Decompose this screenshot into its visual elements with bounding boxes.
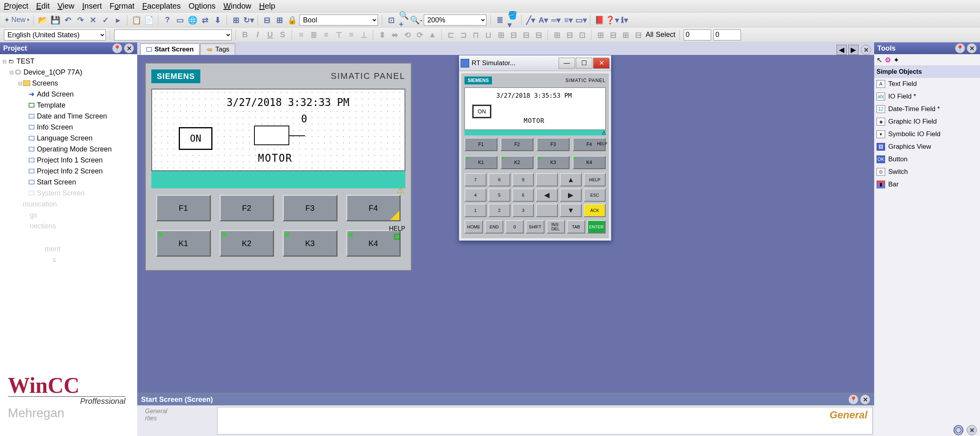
- sim-key-ack[interactable]: ACK: [584, 204, 606, 217]
- tree-pinfo2-screen[interactable]: Project Info 2 Screen: [2, 166, 136, 177]
- tab-start-screen[interactable]: Start Screen: [140, 44, 200, 55]
- align-left-icon[interactable]: ≡: [296, 30, 306, 40]
- min-close-icon[interactable]: ✕: [967, 425, 977, 435]
- menu-view[interactable]: View: [58, 2, 74, 11]
- sim-key-end[interactable]: END: [485, 220, 503, 234]
- tool-datetime-field[interactable]: 12Date-Time Field *: [874, 103, 980, 115]
- redo-icon[interactable]: ↷: [75, 15, 85, 25]
- qhelp-icon[interactable]: ❓▾: [607, 15, 617, 25]
- style-icon[interactable]: ≡▾: [563, 15, 573, 25]
- bold-icon[interactable]: B: [240, 30, 250, 40]
- tree-opmode-screen[interactable]: Operating Mode Screen: [2, 144, 136, 155]
- sim-key-8[interactable]: 8: [488, 173, 510, 186]
- sim-k1[interactable]: K1: [465, 156, 497, 169]
- h-eq-icon[interactable]: ⊡: [577, 30, 587, 40]
- type-select[interactable]: Bool: [299, 15, 378, 26]
- sim-on-button[interactable]: ON: [473, 105, 491, 118]
- rotate-icon[interactable]: ↻▾: [243, 15, 254, 25]
- menu-insert[interactable]: Insert: [82, 2, 102, 11]
- font-select[interactable]: [114, 29, 232, 40]
- menu-format[interactable]: Format: [110, 2, 134, 11]
- menu-project[interactable]: Project: [4, 2, 28, 11]
- sim-key-down[interactable]: ▼: [560, 204, 582, 217]
- datetime-field[interactable]: 3/27/2018 3:32:33 PM: [227, 97, 349, 108]
- wizard-icon[interactable]: ⚙: [885, 56, 891, 64]
- sim-key-esc[interactable]: ESC: [584, 188, 606, 202]
- key-k1[interactable]: K1: [156, 230, 211, 257]
- globe-icon[interactable]: 🌐: [187, 15, 198, 25]
- new-button[interactable]: ✦ New ▾: [4, 16, 29, 24]
- tool-graphic-io[interactable]: ◈Graphic IO Field: [874, 115, 980, 128]
- lock-icon[interactable]: 🔒: [287, 15, 297, 25]
- tool-symbolic-io[interactable]: ▾Symbolic IO Field: [874, 128, 980, 140]
- sim-key-2[interactable]: 2: [488, 204, 510, 217]
- font-color-icon[interactable]: A▾: [538, 15, 548, 25]
- sim-key-0[interactable]: 0: [505, 220, 524, 234]
- sim-f2[interactable]: F2: [501, 138, 534, 151]
- book-icon[interactable]: 📕: [594, 15, 604, 25]
- tree-datetime-screen[interactable]: Date and Time Screen: [2, 111, 136, 122]
- layers-icon[interactable]: ≣: [495, 15, 505, 25]
- align-icon[interactable]: ⊞: [231, 15, 241, 25]
- border-icon[interactable]: ═▾: [551, 15, 561, 25]
- sim-key-up[interactable]: ▲: [560, 173, 582, 186]
- paste-icon[interactable]: 📄: [144, 15, 154, 25]
- hmi-screen[interactable]: 3/27/2018 3:32:33 PM 0 ON MOTOR: [151, 89, 405, 171]
- zoom-out-icon[interactable]: 🔍-: [411, 15, 421, 25]
- tab-next-icon[interactable]: ▶: [848, 45, 858, 55]
- mirror-icon[interactable]: ▲: [427, 30, 437, 40]
- al-m-icon[interactable]: ⊞: [496, 30, 506, 40]
- sim-key-shift[interactable]: SHIFT: [526, 220, 544, 234]
- key-f2[interactable]: F2: [220, 195, 274, 221]
- undo-icon[interactable]: ↶: [63, 15, 73, 25]
- panel-icon[interactable]: ▭: [175, 15, 185, 25]
- minimize-icon[interactable]: —: [559, 58, 575, 69]
- flip-v-icon[interactable]: ⬌: [390, 30, 400, 40]
- dist-v-icon[interactable]: ⊟: [534, 30, 544, 40]
- tab-prev-icon[interactable]: ◀: [837, 45, 847, 55]
- tools-category[interactable]: Simple Objects: [874, 66, 980, 78]
- bwd-icon[interactable]: ⊟: [633, 30, 643, 40]
- align-right-icon[interactable]: ≡: [321, 30, 331, 40]
- motor-label[interactable]: MOTOR: [258, 152, 292, 164]
- key-k2[interactable]: K2: [220, 230, 274, 257]
- tool-text-field[interactable]: AText Field: [874, 78, 980, 90]
- tools-pin-icon[interactable]: 📍: [955, 43, 965, 53]
- valign-mid-icon[interactable]: ≡: [346, 30, 356, 40]
- save-icon[interactable]: 💾: [50, 15, 60, 25]
- key-f4[interactable]: F4: [346, 195, 401, 221]
- flip-h-icon[interactable]: ⬍: [377, 30, 387, 40]
- open-icon[interactable]: 📂: [38, 15, 48, 25]
- window-close-icon[interactable]: ✕: [593, 58, 610, 69]
- run-icon[interactable]: ▸: [113, 15, 123, 25]
- tree-icon[interactable]: ✕: [88, 15, 98, 25]
- zoom-select[interactable]: 200%: [424, 15, 486, 26]
- settings-icon[interactable]: ✦: [893, 56, 899, 64]
- sim-key-1[interactable]: 1: [465, 204, 486, 217]
- group-icon[interactable]: ⊟: [262, 15, 272, 25]
- tab-tags[interactable]: ≔Tags: [200, 44, 235, 55]
- al-b-icon[interactable]: ⊟: [508, 30, 519, 40]
- transfer-icon[interactable]: ⇄: [200, 15, 210, 25]
- copy-icon[interactable]: 📋: [131, 15, 142, 25]
- num-input-1[interactable]: [684, 29, 711, 40]
- pointer-icon[interactable]: ↖: [877, 56, 882, 64]
- sim-key-7[interactable]: 7: [465, 173, 486, 186]
- sim-key-9[interactable]: 9: [512, 173, 534, 186]
- fill-icon[interactable]: 🪣▾: [507, 15, 517, 25]
- tree-info-screen[interactable]: Info Screen: [2, 122, 136, 133]
- props-close-icon[interactable]: ✕: [860, 394, 870, 405]
- back-icon[interactable]: ⊟: [608, 30, 618, 40]
- tool-graphics-view[interactable]: 🖼Graphics View: [874, 140, 980, 153]
- sim-key-help[interactable]: HELP: [584, 173, 606, 186]
- al-t-icon[interactable]: ⊔: [483, 30, 494, 40]
- rt-simulator-window[interactable]: RT Simulator... — ☐ ✕ SIEMENS SIMATIC PA…: [459, 55, 612, 241]
- tree-system-screen[interactable]: System Screen: [2, 188, 136, 199]
- valign-top-icon[interactable]: ⊤: [334, 30, 344, 40]
- sim-key-blank2[interactable]: [536, 204, 558, 217]
- sim-key-5[interactable]: 5: [488, 188, 510, 202]
- w-eq-icon[interactable]: ⊟: [564, 30, 575, 40]
- on-button[interactable]: ON: [179, 127, 212, 150]
- maximize-icon[interactable]: ☐: [576, 58, 592, 69]
- sim-key-insdel[interactable]: INS DEL: [546, 220, 565, 234]
